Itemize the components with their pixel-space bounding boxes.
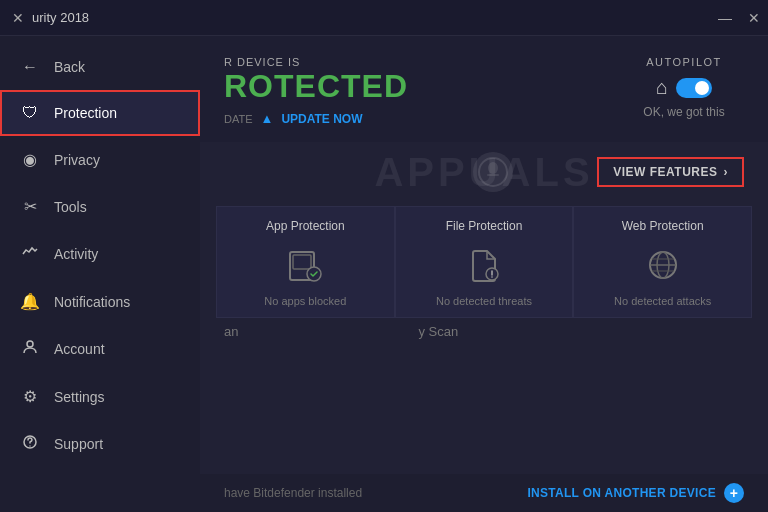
content-area: R DEVICE IS ROTECTED DATE ▲ UPDATE NOW A…	[200, 36, 768, 512]
sidebar-item-notifications[interactable]: 🔔 Notifications	[0, 278, 200, 325]
support-icon	[20, 434, 40, 454]
app-protection-icon	[283, 243, 327, 287]
file-protection-status: No detected threats	[436, 295, 532, 307]
update-label: DATE	[224, 113, 253, 125]
features-grid: App Protection No apps blocked File Prot…	[200, 206, 768, 318]
feature-card-web: Web Protection No detected attacks	[573, 206, 752, 318]
app-protection-title: App Protection	[266, 219, 345, 233]
sidebar-item-label: Privacy	[54, 152, 100, 168]
svg-point-2	[29, 445, 30, 446]
shield-icon: 🛡	[20, 104, 40, 122]
close-icon[interactable]: ✕	[12, 10, 24, 26]
titlebar-title: urity 2018	[32, 10, 89, 25]
main-layout: ← Back 🛡 Protection ◉ Privacy ✂ Tools Ac…	[0, 36, 768, 512]
update-now-button[interactable]: UPDATE NOW	[281, 112, 362, 126]
bottom-bar: have Bitdefender installed INSTALL ON AN…	[200, 474, 768, 512]
sidebar-item-activity[interactable]: Activity	[0, 230, 200, 278]
web-protection-icon	[641, 243, 685, 287]
sidebar-item-label: Settings	[54, 389, 105, 405]
autopilot-ok-text: OK, we got this	[624, 105, 744, 119]
sidebar: ← Back 🛡 Protection ◉ Privacy ✂ Tools Ac…	[0, 36, 200, 512]
sidebar-item-privacy[interactable]: ◉ Privacy	[0, 136, 200, 183]
svg-point-0	[27, 341, 33, 347]
sidebar-item-label: Back	[54, 59, 85, 75]
sidebar-item-label: Protection	[54, 105, 117, 121]
app-protection-status: No apps blocked	[264, 295, 346, 307]
titlebar-controls: — ✕	[718, 10, 760, 26]
file-protection-icon	[462, 243, 506, 287]
account-icon	[20, 339, 40, 359]
scan-label: an	[224, 324, 238, 339]
install-on-another-device-button[interactable]: INSTALL ON ANOTHER DEVICE +	[527, 483, 744, 503]
protected-text: ROTECTED	[224, 68, 624, 105]
autopilot-toggle-row: ⌂	[624, 76, 744, 99]
sidebar-item-label: Tools	[54, 199, 87, 215]
watermark-text: APPUALS	[374, 150, 593, 195]
file-protection-title: File Protection	[446, 219, 523, 233]
house-icon: ⌂	[656, 76, 668, 99]
sidebar-item-label: Account	[54, 341, 105, 357]
chevron-right-icon: ›	[724, 165, 729, 179]
update-icon: ▲	[261, 111, 274, 126]
tools-icon: ✂	[20, 197, 40, 216]
sidebar-item-label: Activity	[54, 246, 98, 262]
web-protection-status: No detected attacks	[614, 295, 711, 307]
sidebar-item-protection[interactable]: 🛡 Protection	[0, 90, 200, 136]
device-status-label: R DEVICE IS	[224, 56, 624, 68]
close-button[interactable]: ✕	[748, 10, 760, 26]
scan-labels: an y Scan	[200, 318, 768, 345]
feature-card-file: File Protection No detected threats	[395, 206, 574, 318]
gear-icon: ⚙	[20, 387, 40, 406]
bottom-left-text: have Bitdefender installed	[224, 486, 362, 500]
sidebar-item-support[interactable]: Support	[0, 420, 200, 468]
update-row: DATE ▲ UPDATE NOW	[224, 111, 624, 126]
feature-card-app: App Protection No apps blocked	[216, 206, 395, 318]
svg-rect-7	[293, 255, 311, 269]
device-status: R DEVICE IS ROTECTED DATE ▲ UPDATE NOW	[224, 56, 624, 126]
bell-icon: 🔔	[20, 292, 40, 311]
minimize-button[interactable]: —	[718, 10, 732, 26]
sidebar-item-account[interactable]: Account	[0, 325, 200, 373]
web-protection-title: Web Protection	[622, 219, 704, 233]
scan2-label: y Scan	[418, 324, 458, 339]
sidebar-item-tools[interactable]: ✂ Tools	[0, 183, 200, 230]
svg-point-11	[491, 276, 493, 278]
install-label: INSTALL ON ANOTHER DEVICE	[527, 486, 716, 500]
protection-banner: R DEVICE IS ROTECTED DATE ▲ UPDATE NOW A…	[200, 36, 768, 142]
plus-icon: +	[724, 483, 744, 503]
sidebar-item-label: Notifications	[54, 294, 130, 310]
autopilot-label: AUTOPILOT	[624, 56, 744, 68]
view-features-label: VIEW FEATURES	[613, 165, 717, 179]
sidebar-item-label: Support	[54, 436, 103, 452]
watermark-row: APPUALS VIEW FEATURES ›	[200, 142, 768, 202]
activity-icon	[20, 244, 40, 264]
view-features-button[interactable]: VIEW FEATURES ›	[597, 157, 744, 187]
sidebar-item-settings[interactable]: ⚙ Settings	[0, 373, 200, 420]
back-icon: ←	[20, 58, 40, 76]
toggle-thumb	[695, 81, 709, 95]
autopilot-toggle[interactable]	[676, 78, 712, 98]
eye-icon: ◉	[20, 150, 40, 169]
sidebar-item-back[interactable]: ← Back	[0, 44, 200, 90]
titlebar: ✕ urity 2018 — ✕	[0, 0, 768, 36]
autopilot-section: AUTOPILOT ⌂ OK, we got this	[624, 56, 744, 119]
